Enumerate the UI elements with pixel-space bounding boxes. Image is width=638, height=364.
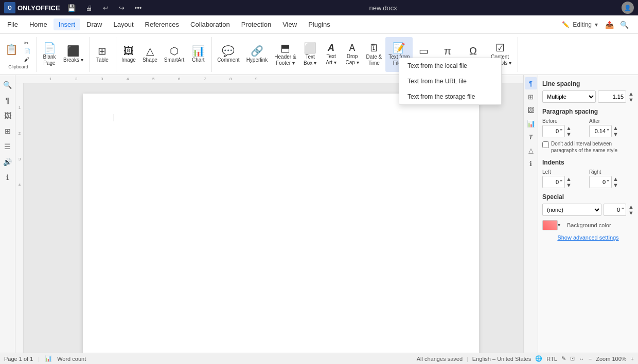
track-changes-icon[interactable]: ✎ <box>561 355 566 362</box>
share-button[interactable]: 📤 <box>605 21 614 29</box>
image-icon: 🖼 <box>123 46 134 56</box>
logo-icon: O <box>4 2 15 13</box>
rtl-icon[interactable]: RTL <box>546 356 557 362</box>
fit-width-icon[interactable]: ↔ <box>579 356 584 362</box>
svg-text:3: 3 <box>19 157 21 161</box>
menu-plugins[interactable]: Plugins <box>303 19 335 30</box>
background-color-swatch[interactable] <box>542 220 558 230</box>
language-label[interactable]: English – United States <box>472 356 531 362</box>
sidebar-list-icon[interactable]: ☰ <box>1 140 14 153</box>
cut-button[interactable]: ✂ <box>21 39 33 47</box>
editing-badge: ✏️ Editing ▾ 📤 🔍 <box>562 19 636 31</box>
after-input[interactable] <box>589 125 612 137</box>
color-dropdown-arrow[interactable]: ▾ <box>558 222 564 228</box>
special-title: Special <box>542 193 634 201</box>
editing-dropdown-arrow[interactable]: ▾ <box>595 21 598 28</box>
right-shape-icon[interactable]: △ <box>525 144 537 156</box>
word-count-label[interactable]: Word count <box>57 356 86 362</box>
menu-draw[interactable]: Draw <box>81 19 107 30</box>
menu-view[interactable]: View <box>277 19 302 30</box>
menu-collaboration[interactable]: Collaboration <box>185 19 235 30</box>
dropdown-item-local[interactable]: Text from the local file <box>399 58 501 74</box>
svg-text:2: 2 <box>19 131 21 136</box>
line-spacing-type-select[interactable]: Multiple Single 1.5 lines Double <box>542 90 596 103</box>
document-container[interactable] <box>24 83 538 353</box>
hyperlink-label: Hyperlink <box>246 57 268 63</box>
advanced-settings-link[interactable]: Show advanced settings <box>542 234 634 241</box>
left-indent-label: Left <box>542 169 587 175</box>
sidebar-info-icon[interactable]: ℹ <box>1 171 14 184</box>
right-chart-icon[interactable]: 📊 <box>525 117 537 130</box>
menu-references[interactable]: References <box>140 19 184 30</box>
zoom-out-icon[interactable]: − <box>589 356 592 362</box>
header-footer-button[interactable]: ⬒ Header &Footer ▾ <box>271 37 299 72</box>
chart-button[interactable]: 📊 Chart <box>188 37 208 72</box>
sidebar-image-icon[interactable]: 🖼 <box>1 109 14 122</box>
clipboard-label: Clipboard <box>8 64 28 69</box>
before-arrows: ▲▼ <box>566 125 572 137</box>
undo-button[interactable]: ↩ <box>100 3 112 13</box>
before-input[interactable] <box>542 125 565 137</box>
print-button[interactable]: 🖨 <box>83 3 96 13</box>
svg-text:3: 3 <box>101 77 103 81</box>
save-button[interactable]: 💾 <box>64 3 79 13</box>
drop-cap-button[interactable]: Ꭺ DropCap ▾ <box>342 37 363 72</box>
sidebar-paragraph-icon[interactable]: ¶ <box>1 94 14 107</box>
text-box-icon: ⬜ <box>304 43 316 53</box>
table-group: ⊞ Table <box>92 37 116 72</box>
date-time-button[interactable]: 🗓 Date &Time <box>363 37 385 72</box>
fit-page-icon[interactable]: ⊡ <box>570 355 575 362</box>
paragraph-spacing-title: Paragraph spacing <box>542 108 634 115</box>
hyperlink-button[interactable]: 🔗 Hyperlink <box>243 37 271 72</box>
same-style-checkbox[interactable] <box>542 141 549 148</box>
right-indent-input[interactable] <box>589 176 612 188</box>
comment-button[interactable]: 💬 Comment <box>214 37 242 72</box>
line-spacing-row: Multiple Single 1.5 lines Double ▲▼ <box>542 90 634 103</box>
right-text-icon[interactable]: T <box>525 131 537 143</box>
table-button[interactable]: ⊞ Table <box>92 37 113 72</box>
line-spacing-value-input[interactable] <box>598 90 626 103</box>
text-art-button[interactable]: A TextArt ▾ <box>321 37 342 72</box>
document-page[interactable] <box>83 94 479 353</box>
svg-text:9: 9 <box>255 77 258 81</box>
zoom-in-icon[interactable]: + <box>631 356 634 362</box>
more-button[interactable]: ••• <box>132 3 145 13</box>
dropdown-item-storage[interactable]: Text from the storage file <box>399 89 501 104</box>
avatar[interactable]: 👤 <box>622 2 634 14</box>
text-from-file-icon: 📝 <box>393 43 405 53</box>
blank-page-button[interactable]: 📄 BlankPage <box>39 37 60 72</box>
paste-button[interactable]: 📋 <box>3 39 20 60</box>
right-paragraph-icon[interactable]: ¶ <box>525 77 537 89</box>
menu-layout[interactable]: Layout <box>109 19 139 30</box>
background-color-label: Background color <box>567 222 611 228</box>
dropdown-item-url[interactable]: Text from the URL file <box>399 74 501 89</box>
special-input[interactable] <box>604 204 626 216</box>
menu-home[interactable]: Home <box>24 19 52 30</box>
text-cursor <box>114 114 114 121</box>
format-painter-button[interactable]: 🖌 <box>21 56 33 63</box>
shape-button[interactable]: △ Shape <box>139 37 161 72</box>
content-controls-icon: ☑ <box>495 43 505 53</box>
svg-text:2: 2 <box>75 77 78 81</box>
left-indent-input[interactable] <box>542 176 565 188</box>
breaks-button[interactable]: ⬛ Breaks ▾ <box>60 37 86 72</box>
menu-file[interactable]: File <box>2 19 23 30</box>
copy-button[interactable]: 📄 <box>21 47 33 55</box>
menu-protection[interactable]: Protection <box>236 19 277 30</box>
right-info-icon[interactable]: ℹ <box>525 157 537 170</box>
image-button[interactable]: 🖼 Image <box>118 37 139 72</box>
redo-button[interactable]: ↪ <box>116 3 128 13</box>
smartart-button[interactable]: ⬡ SmartArt <box>161 37 187 72</box>
search-button[interactable]: 🔍 <box>617 19 632 31</box>
status-bar: Page 1 of 1 | 📊 Word count All changes s… <box>0 353 638 364</box>
right-image-icon[interactable]: 🖼 <box>525 104 537 116</box>
right-table-icon[interactable]: ⊞ <box>525 90 537 103</box>
sidebar-search-icon[interactable]: 🔍 <box>1 78 14 92</box>
language-icon[interactable]: 🌐 <box>535 355 542 362</box>
text-box-button[interactable]: ⬜ TextBox ▾ <box>300 37 321 72</box>
menu-insert[interactable]: Insert <box>54 19 81 30</box>
special-select[interactable]: (none) First line Hanging <box>542 204 601 216</box>
sidebar-speaker-icon[interactable]: 🔊 <box>1 155 14 169</box>
header-footer-label: Header &Footer ▾ <box>274 54 296 66</box>
sidebar-table-icon[interactable]: ⊞ <box>1 124 14 138</box>
